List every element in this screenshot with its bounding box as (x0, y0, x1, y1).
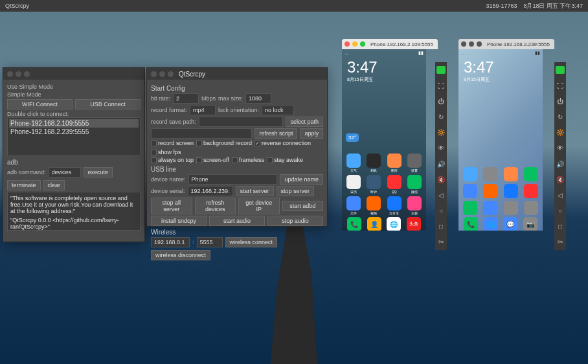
toolbar-button[interactable]: 🔇 (436, 176, 446, 183)
app-icon[interactable] (461, 167, 479, 181)
stay-awake-check[interactable]: stay awake (267, 157, 303, 163)
start-adbd-button[interactable]: start adbd (282, 201, 324, 211)
apply-button[interactable]: apply (300, 128, 323, 139)
app-icon[interactable] (482, 201, 500, 215)
toolbar-button[interactable]: ⛶ (436, 82, 446, 89)
contacts-icon[interactable]: 👤 (367, 217, 381, 231)
app-icon[interactable] (482, 167, 500, 181)
clear-button[interactable]: clear (43, 180, 65, 190)
device-item[interactable]: Phone-192.168.2.239:5555 (9, 128, 139, 136)
stop-server-button[interactable]: stop server (277, 186, 315, 196)
toolbar-button[interactable]: 🔊 (556, 160, 565, 168)
camera-icon[interactable]: 📷 (523, 217, 537, 231)
toolbar-button[interactable]: ↻ (436, 113, 446, 121)
execute-button[interactable]: execute (84, 167, 113, 177)
get-device-ip-button[interactable]: get device IP (238, 198, 280, 214)
toolbar-button[interactable]: 👁 (436, 144, 446, 152)
app-icon[interactable] (461, 184, 479, 198)
phone2-titlebar[interactable]: Phone-192.168.2.239:5555 (458, 39, 554, 49)
toolbar-button[interactable]: 🔊 (436, 160, 446, 168)
main-titlebar[interactable] (3, 68, 144, 80)
phone-icon[interactable]: 📞 (347, 217, 361, 231)
background-record-check[interactable]: background record (196, 140, 252, 146)
toolbar-button[interactable] (556, 66, 565, 74)
app-icon[interactable]: 设置 (406, 154, 424, 172)
toolbar-button[interactable]: ✂ (556, 238, 565, 246)
device-listbox[interactable]: Phone-192.168.2.109:5555 Phone-192.168.2… (7, 117, 141, 156)
toolbar-button[interactable]: □ (436, 223, 446, 231)
toolbar-button[interactable]: 🔆 (436, 129, 446, 137)
bitrate-input[interactable] (173, 93, 199, 104)
device-serial-input[interactable] (188, 186, 233, 196)
config-titlebar[interactable]: QtScrcpy (147, 68, 327, 80)
device-item[interactable]: Phone-192.168.2.109:5555 (9, 119, 139, 128)
app-icon[interactable] (502, 201, 520, 215)
wireless-ip-input[interactable] (151, 237, 190, 247)
app-icon[interactable]: 图库 (385, 154, 403, 172)
install-sndcpy-button[interactable]: install sndcpy (151, 216, 207, 226)
app-icon[interactable]: 时钟 (365, 175, 383, 194)
stop-audio-button[interactable]: stop audio (267, 216, 323, 226)
phone1-screen[interactable]: ...▮▮ 3:47 8月15日周五 32° 天气相机图库设置日历时钟QQ微信文… (342, 49, 426, 231)
toolbar-button[interactable]: ○ (556, 207, 565, 215)
browser-icon[interactable]: 🌐 (484, 217, 498, 231)
always-on-top-check[interactable]: always on top (151, 157, 194, 163)
app-icon[interactable] (482, 184, 500, 198)
toolbar-button[interactable]: ↻ (556, 113, 565, 121)
app-icon[interactable]: 相机 (365, 154, 383, 172)
toolbar-button[interactable]: ⛶ (556, 82, 565, 89)
wireless-disconnect-button[interactable]: wireless disconnect (151, 250, 210, 260)
record-format-input[interactable] (190, 105, 216, 115)
record-screen-check[interactable]: record screen (151, 140, 194, 146)
news-icon[interactable]: 头条 (407, 217, 421, 231)
toolbar-button[interactable]: ◁ (436, 191, 446, 199)
toolbar-button[interactable]: ✂ (436, 238, 446, 246)
wireless-connect-button[interactable]: wireless connect (225, 237, 278, 247)
toolbar-button[interactable]: 👁 (556, 144, 565, 152)
reverse-connection-check[interactable]: ✓reverse connection (254, 140, 311, 146)
toolbar-button[interactable]: 🔆 (556, 129, 565, 137)
app-icon[interactable]: 支付宝 (385, 196, 403, 215)
frameless-check[interactable]: frameless (232, 157, 264, 163)
app-icon[interactable] (523, 201, 541, 215)
app-icon[interactable]: 天气 (345, 154, 363, 172)
start-server-button[interactable]: start server (236, 186, 274, 196)
toolbar-button[interactable]: ◁ (556, 191, 565, 199)
device-name-input[interactable] (188, 174, 278, 185)
adb-command-input[interactable] (49, 167, 81, 177)
refresh-devices-button[interactable]: refresh devices (195, 198, 236, 214)
phone1-titlebar[interactable]: Phone-192.168.2.109:5555 (342, 39, 438, 49)
wifi-connect-button[interactable]: WIFI Connect (7, 99, 73, 109)
select-path-button[interactable]: select path (286, 117, 323, 127)
screen-off-check[interactable]: screen-off (196, 157, 229, 163)
maxsize-input[interactable] (245, 93, 271, 104)
update-name-button[interactable]: update name (280, 174, 323, 185)
script-input[interactable] (151, 128, 252, 139)
app-icon[interactable] (523, 184, 541, 198)
app-icon[interactable]: 日历 (345, 175, 363, 194)
app-icon[interactable] (502, 167, 520, 181)
wireless-port-input[interactable] (197, 237, 223, 247)
refresh-script-button[interactable]: refresh script (254, 128, 297, 139)
app-icon[interactable]: 文件 (345, 196, 363, 215)
app-icon[interactable]: QQ (385, 175, 403, 194)
toolbar-button[interactable]: 🔇 (556, 176, 565, 183)
toolbar-button[interactable]: ⏻ (556, 97, 565, 105)
toolbar-button[interactable]: ⏻ (436, 97, 446, 105)
toolbar-button[interactable] (436, 66, 446, 74)
lock-orientation-input[interactable] (262, 105, 294, 115)
app-icon[interactable]: 主题 (406, 196, 424, 215)
browser-icon[interactable]: 🌐 (387, 217, 401, 231)
stop-all-server-button[interactable]: stop all server (151, 198, 192, 214)
app-icon[interactable] (502, 184, 520, 198)
terminate-button[interactable]: terminate (7, 180, 41, 190)
record-path-input[interactable] (199, 117, 284, 127)
app-icon[interactable]: 微信 (406, 175, 424, 194)
message-icon[interactable]: 💬 (503, 217, 517, 231)
app-icon[interactable] (461, 201, 479, 215)
phone-icon[interactable]: 📞 (464, 217, 478, 231)
phone2-screen[interactable]: ...▮▮ 3:47 8月15日周五 📞 🌐 💬 📷 (458, 49, 543, 231)
usb-connect-button[interactable]: USB Connect (75, 99, 141, 109)
start-audio-button[interactable]: start audio (209, 216, 265, 226)
app-icon[interactable]: 视频 (365, 196, 383, 215)
